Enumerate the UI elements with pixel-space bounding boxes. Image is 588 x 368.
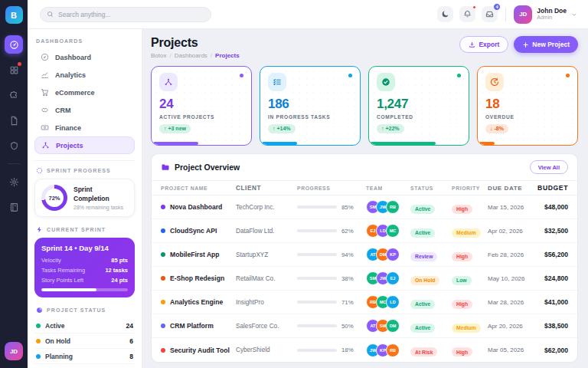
team-avatar[interactable]: RB xyxy=(386,343,400,357)
sidebar: DASHBOARDS Dashboard Analytics eCommerce… xyxy=(28,29,142,368)
sprint-donut-value: 72% xyxy=(45,189,64,207)
breadcrumb-item[interactable]: Botox xyxy=(151,52,166,59)
column-header-progress: PROGRESS xyxy=(297,186,366,191)
search-box[interactable] xyxy=(40,7,211,22)
rail-user-avatar[interactable]: JD xyxy=(5,342,23,360)
team-avatars: ATSMDM xyxy=(366,319,410,333)
page-title: Projects xyxy=(151,36,240,50)
notifications-button[interactable] xyxy=(459,6,475,22)
view-all-button[interactable]: View All xyxy=(530,160,568,174)
column-header-budget: BUDGET xyxy=(531,184,568,192)
team-avatars: EJLDMC xyxy=(366,224,410,238)
inbox-button[interactable]: 4 xyxy=(482,6,498,22)
export-button[interactable]: Export xyxy=(459,36,508,53)
network-icon xyxy=(41,141,50,150)
rail-item-shield[interactable] xyxy=(5,136,23,155)
stat-card-in-progress-tasks[interactable]: 186 IN PROGRESS TASKS ↑ +14% xyxy=(260,66,361,146)
table-row[interactable]: Security Audit Tool CyberShield 18% JWKP… xyxy=(152,338,577,362)
stat-label: ACTIVE PROJECTS xyxy=(159,114,243,120)
team-avatar[interactable]: RB xyxy=(386,200,400,214)
banknote-icon xyxy=(41,123,49,132)
team-avatar[interactable]: DM xyxy=(386,319,400,333)
handshake-icon xyxy=(41,106,49,114)
project-status-item-on-hold[interactable]: On Hold 6 xyxy=(34,334,135,349)
table-row[interactable]: E-Shop Redesign RetailMax Co. 38% SMJWEJ… xyxy=(152,267,577,291)
breadcrumb-item[interactable]: Projects xyxy=(215,52,240,59)
project-dot xyxy=(161,324,165,328)
rail-item-grid[interactable] xyxy=(5,61,23,79)
stat-card-completed[interactable]: 1,247 COMPLETED ↑ +22% xyxy=(368,66,469,146)
sidebar-item-finance[interactable]: Finance xyxy=(34,119,135,136)
team-avatar[interactable]: LD xyxy=(386,295,400,309)
table-row[interactable]: Analytics Engine InsightPro 71% RBMCLD A… xyxy=(152,291,577,314)
team-avatars: JWKPRB xyxy=(366,343,410,357)
team-avatars: RBMCLD xyxy=(366,295,410,309)
status-badge: At Risk xyxy=(410,347,437,356)
project-name: CloudSync API xyxy=(170,227,217,235)
inbox-icon xyxy=(485,10,494,18)
column-header-client: CLIENT xyxy=(236,185,297,192)
sidebar-item-dashboard[interactable]: Dashboard xyxy=(34,48,135,66)
table-row[interactable]: CRM Platform SalesForce Co. 50% ATSMDM A… xyxy=(152,314,577,338)
team-avatar[interactable]: MC xyxy=(386,224,400,238)
plus-icon xyxy=(522,41,529,48)
cart-icon xyxy=(41,88,49,97)
status-badge: Active xyxy=(410,228,435,238)
sidebar-item-label: Finance xyxy=(55,124,81,132)
due-date: Apr 20, 2026 xyxy=(488,323,531,330)
rail-item-puzzle[interactable] xyxy=(5,86,23,104)
rail-item-gear[interactable] xyxy=(5,172,23,191)
priority-badge: High xyxy=(452,205,472,214)
rail-item-gauge[interactable] xyxy=(5,35,23,54)
project-status-item-active[interactable]: Active 24 xyxy=(34,318,135,334)
project-status-item-planning[interactable]: Planning 8 xyxy=(34,349,135,364)
table-row[interactable]: CloudSync API DataFlow Ltd. 62% EJLDMC A… xyxy=(152,219,577,243)
accent-bar xyxy=(153,142,198,145)
team-avatar[interactable]: EJ xyxy=(386,271,400,285)
app-logo[interactable]: B xyxy=(5,6,23,24)
sprint-stat-label: Story Points Left xyxy=(41,277,83,284)
sidebar-item-analytics[interactable]: Analytics xyxy=(34,66,135,84)
app-root: B JD 4 xyxy=(0,0,588,368)
history-icon xyxy=(485,73,504,91)
priority-badge: High xyxy=(452,252,472,261)
status-label: On Hold xyxy=(45,337,70,345)
project-dot xyxy=(161,300,165,304)
project-status-item-completed[interactable]: Completed 42 xyxy=(34,364,135,368)
due-date: Mar 05, 2026 xyxy=(488,347,531,353)
sprint-progress-fill xyxy=(41,288,96,291)
search-input[interactable] xyxy=(58,11,204,18)
user-menu[interactable]: JD John Doe Admin xyxy=(514,5,577,24)
breadcrumb-item[interactable]: Dashboards xyxy=(175,52,207,59)
grid-icon xyxy=(9,65,19,75)
sidebar-item-projects[interactable]: Projects xyxy=(34,136,135,154)
status-badge: Active xyxy=(410,324,435,333)
budget-value: $41,000 xyxy=(531,298,568,306)
stat-card-active-projects[interactable]: 24 ACTIVE PROJECTS ↑ +3 new xyxy=(151,66,252,146)
page-header-text: Projects Botox/Dashboards/Projects xyxy=(151,36,240,59)
dark-mode-button[interactable] xyxy=(437,6,453,22)
sidebar-item-ecommerce[interactable]: eCommerce xyxy=(34,84,135,101)
current-sprint-header: CURRENT SPRINT xyxy=(36,226,133,233)
status-dot xyxy=(36,339,41,343)
right-pane: 4 JD John Doe Admin DASHBOARDS xyxy=(28,0,588,368)
progress-bar xyxy=(297,349,337,352)
due-date: Mar 15, 2026 xyxy=(488,204,531,211)
rail-item-book[interactable] xyxy=(5,198,23,216)
folder-icon xyxy=(161,163,170,172)
sprint-completion-label: Sprint Completion xyxy=(74,186,128,202)
table-row[interactable]: MobileFirst App StartupXYZ 94% ATDMKP Re… xyxy=(152,243,577,267)
team-avatar[interactable]: KP xyxy=(386,248,400,261)
progress-bar xyxy=(297,324,337,327)
table-row[interactable]: Nova Dashboard TechCorp Inc. 85% SMJWRB … xyxy=(152,196,577,219)
new-project-button[interactable]: New Project xyxy=(514,36,578,53)
sidebar-section-label: DASHBOARDS xyxy=(36,38,83,44)
sidebar-item-label: eCommerce xyxy=(55,89,95,97)
sidebar-item-crm[interactable]: CRM xyxy=(34,101,135,119)
check-circle-icon xyxy=(377,73,395,91)
stat-card-overdue[interactable]: 18 OVERDUE ↓ -8% xyxy=(477,66,578,146)
sprint-donut-chart: 72% xyxy=(41,185,67,211)
current-sprint-title: CURRENT SPRINT xyxy=(47,227,106,232)
rail-item-file[interactable] xyxy=(5,111,23,130)
bolt-icon xyxy=(36,226,43,233)
